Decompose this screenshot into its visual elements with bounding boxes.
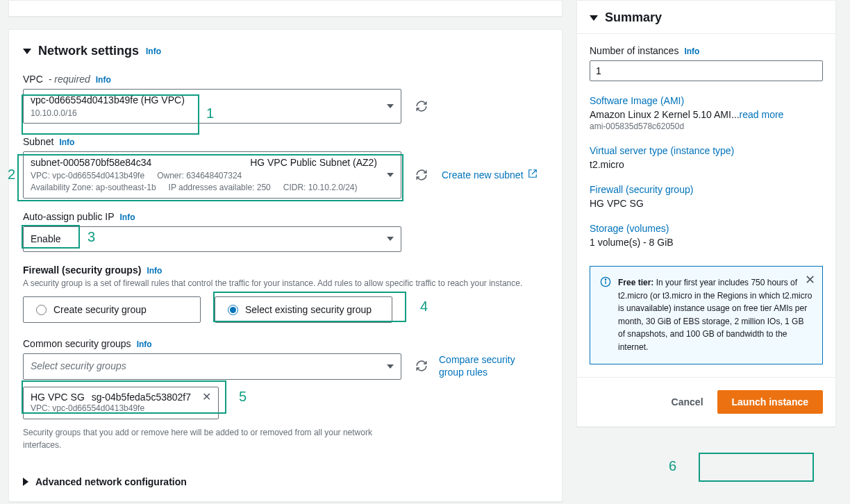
subnet-az: Availability Zone: ap-southeast-1b [31,182,156,194]
vpc-info-link[interactable]: Info [96,75,111,85]
annotation-num-3: 3 [88,229,95,245]
free-tier-info-box: Free tier: In your first year includes 7… [590,266,823,364]
annotation-num-6: 6 [669,458,676,474]
summary-fw-heading[interactable]: Firewall (security group) [590,184,823,195]
subnet-vpc: VPC: vpc-0d66554d0413b49fe [31,170,144,182]
subnet-id: subnet-0005870bf58e84c34 [31,156,151,170]
read-more-link[interactable]: read more [740,109,784,120]
network-settings-panel: Network settings Info VPC - required Inf… [8,29,562,502]
firewall-info-link[interactable]: Info [147,266,162,276]
vpc-cidr: 10.10.0.0/16 [31,108,380,119]
summary-ami-id: ami-005835d578c62050d [590,121,823,131]
launch-instance-button[interactable]: Launch instance [717,390,823,414]
refresh-icon [415,100,428,112]
sg-token-name: HG VPC SG [31,392,85,403]
network-info-link[interactable]: Info [146,47,161,56]
common-sg-select[interactable]: Select security groups [23,353,401,380]
free-tier-close-button[interactable]: ✕ [805,274,815,286]
vpc-label-text: VPC [23,74,43,85]
summary-footer: Cancel Launch instance [577,377,835,426]
chevron-down-icon [387,364,394,369]
vpc-required: - required [49,74,90,85]
autoip-value: Enable [31,233,380,246]
subnet-refresh-button[interactable] [414,167,429,183]
annotation-num-2: 2 [8,167,15,183]
caret-right-icon [23,478,28,486]
network-settings-header[interactable]: Network settings Info [23,44,548,58]
external-link-icon [528,169,538,180]
common-sg-note: Security groups that you add or remove h… [23,426,401,451]
chevron-down-icon [387,173,394,177]
firewall-help-text: A security group is a set of firewall ru… [23,277,548,289]
free-tier-label: Free tier: [618,278,653,287]
refresh-icon [415,360,428,372]
subnet-label-text: Subnet [23,136,53,147]
vpc-refresh-button[interactable] [414,99,429,114]
autoip-label-text: Auto-assign public IP [23,211,115,222]
summary-storage-value: 1 volume(s) - 8 GiB [590,237,823,248]
subnet-label: Subnet Info [23,136,548,147]
create-sg-label: Create security group [53,304,147,315]
refresh-icon [415,169,428,181]
firewall-label: Firewall (security groups) Info [23,264,548,276]
common-sg-placeholder: Select security groups [31,360,380,373]
vpc-value: vpc-0d66554d0413b49fe (HG VPC) [31,94,380,108]
caret-down-icon [590,15,598,21]
num-instances-label: Number of instances Info [590,45,823,56]
autoip-select[interactable]: Enable [23,226,401,253]
common-sg-info-link[interactable]: Info [137,339,152,349]
subnet-name: HG VPC Public Subnet (AZ2) [250,156,377,170]
autoip-info-link[interactable]: Info [120,212,135,222]
summary-ami-heading[interactable]: Software Image (AMI) [590,95,823,106]
create-subnet-text: Create new subnet [442,169,524,180]
summary-ami-name: Amazon Linux 2 Kernel 5.10 AMI... [590,109,740,120]
cancel-button[interactable]: Cancel [672,396,703,408]
common-sg-label: Common security groups Info [23,338,548,349]
sg-token-vpc: VPC: vpc-0d66554d0413b49fe [31,403,211,414]
subnet-select[interactable]: subnet-0005870bf58e84c34 HG VPC Public S… [23,151,401,198]
summary-ami-value: Amazon Linux 2 Kernel 5.10 AMI...read mo… [590,109,823,120]
sg-token: HG VPC SG sg-04b5feda5c53802f7 ✕ VPC: vp… [23,387,219,419]
sg-refresh-button[interactable] [414,358,429,373]
free-tier-text: Free tier: In your first year includes 7… [618,276,812,354]
advanced-network-toggle[interactable]: Advanced network configuration [23,476,548,487]
summary-title: Summary [605,10,662,25]
select-sg-radio[interactable]: Select existing security group [215,296,392,323]
advanced-network-label: Advanced network configuration [35,476,187,487]
annotation-num-5: 5 [239,389,247,405]
subnet-avail: IP addresses available: 250 [169,182,271,194]
subnet-info-link[interactable]: Info [59,137,74,147]
common-sg-label-text: Common security groups [23,338,131,349]
sg-token-remove-button[interactable]: ✕ [202,392,211,403]
select-sg-radio-input[interactable] [228,305,238,315]
compare-sg-link[interactable]: Compare security group rules [439,353,529,378]
info-icon [600,276,611,354]
free-tier-body: In your first year includes 750 hours of… [618,278,812,352]
summary-fw-value: HG VPC SG [590,198,823,209]
select-sg-label: Select existing security group [245,304,372,315]
network-settings-title: Network settings [38,44,139,58]
autoip-label: Auto-assign public IP Info [23,211,548,222]
summary-panel: Summary Number of instances Info Softwar… [576,0,836,427]
caret-down-icon [23,49,31,54]
sg-token-id: sg-04b5feda5c53802f7 [92,392,191,403]
annotation-num-4: 4 [420,299,428,314]
subnet-cidr: CIDR: 10.10.2.0/24) [283,182,358,194]
firewall-label-text: Firewall (security groups) [23,264,141,276]
summary-type-value: t2.micro [590,159,823,170]
create-sg-radio-input[interactable] [36,305,47,315]
panel-above-stub [8,0,562,17]
create-sg-radio[interactable]: Create security group [23,296,201,323]
chevron-down-icon [387,237,394,241]
svg-point-2 [605,279,606,280]
num-instances-input[interactable] [590,60,823,81]
summary-header[interactable]: Summary [577,1,835,34]
annotation-num-1: 1 [206,106,214,121]
num-instances-text: Number of instances [590,45,678,56]
num-instances-info-link[interactable]: Info [684,47,699,56]
summary-storage-heading[interactable]: Storage (volumes) [590,223,823,234]
chevron-down-icon [387,104,394,108]
summary-type-heading[interactable]: Virtual server type (instance type) [590,145,823,156]
subnet-owner: Owner: 634648407324 [157,170,242,182]
create-subnet-link[interactable]: Create new subnet [442,169,538,180]
